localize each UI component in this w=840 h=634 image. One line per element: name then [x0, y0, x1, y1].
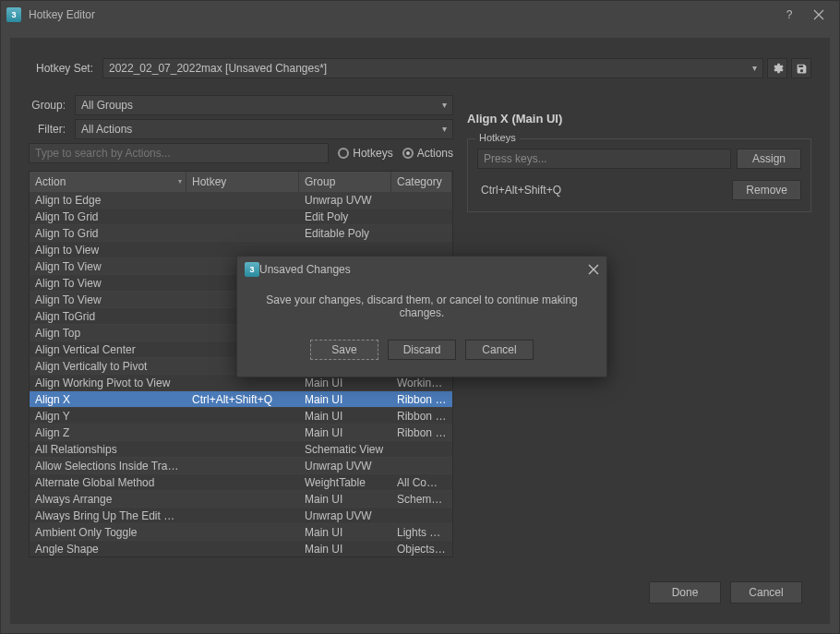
modal-save-button[interactable]: Save — [310, 340, 378, 360]
modal-titlebar: 3 Unsaved Changes — [237, 257, 606, 282]
modal-close-button[interactable] — [588, 264, 599, 275]
modal-title: Unsaved Changes — [259, 263, 588, 276]
modal-discard-button[interactable]: Discard — [388, 340, 456, 360]
modal-message: Save your changes, discard them, or canc… — [237, 282, 606, 330]
modal-cancel-button[interactable]: Cancel — [465, 340, 534, 360]
unsaved-changes-dialog: 3 Unsaved Changes Save your changes, dis… — [236, 256, 607, 377]
modal-overlay: 3 Unsaved Changes Save your changes, dis… — [0, 0, 840, 634]
modal-app-icon: 3 — [245, 262, 259, 277]
